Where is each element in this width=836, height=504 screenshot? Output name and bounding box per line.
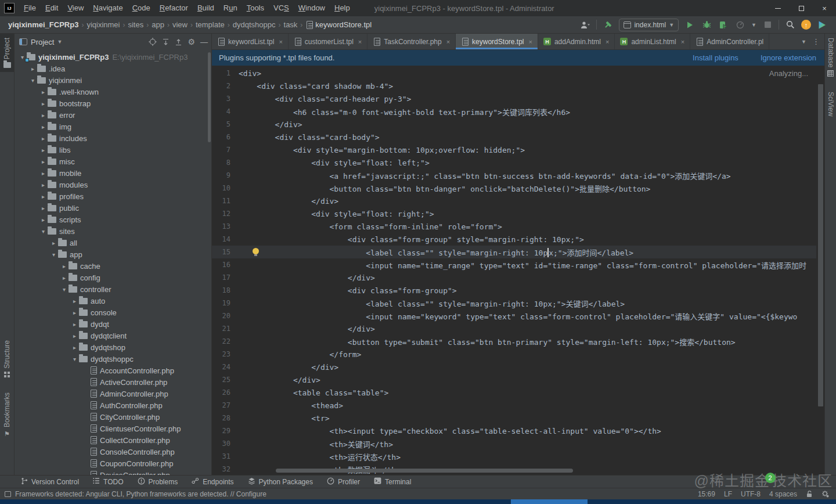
- code-line[interactable]: 27 <thead>: [212, 399, 816, 412]
- tree-item[interactable]: ▾sites: [15, 225, 211, 237]
- chevron-right-icon[interactable]: ▸: [39, 112, 48, 118]
- stripe-tab-bookmarks[interactable]: Bookmarks ⚑: [0, 388, 14, 442]
- line-number[interactable]: 4: [212, 107, 239, 116]
- tool-window-button-problems[interactable]: Problems: [138, 477, 178, 487]
- editor-tab[interactable]: TaskController.php×: [367, 34, 456, 49]
- tab-close-icon[interactable]: ×: [358, 38, 362, 45]
- chevron-down-icon[interactable]: ▾: [28, 77, 37, 84]
- line-number[interactable]: 28: [212, 414, 239, 422]
- project-view-dropdown-icon[interactable]: ▼: [57, 39, 62, 45]
- code-line[interactable]: 19 <label class="" style="margin-right: …: [212, 297, 816, 309]
- tab-close-icon[interactable]: ×: [528, 38, 532, 45]
- update-notification-icon[interactable]: ↑: [801, 20, 811, 30]
- tree-item[interactable]: ▸.well-known: [15, 86, 211, 98]
- code-line[interactable]: 4 <h6 class="m-0 font-weight-bold text-p…: [212, 105, 816, 118]
- line-number[interactable]: 20: [212, 312, 239, 320]
- line-number[interactable]: 17: [212, 273, 239, 282]
- search-everywhere-icon[interactable]: [784, 19, 796, 31]
- chevron-right-icon[interactable]: ▸: [49, 240, 58, 246]
- chevron-right-icon[interactable]: ▸: [70, 344, 79, 351]
- indent-indicator[interactable]: 4 spaces: [769, 490, 797, 498]
- run-button[interactable]: [684, 19, 696, 31]
- locate-file-icon[interactable]: [149, 38, 157, 46]
- code-line[interactable]: 11 </div>: [212, 195, 816, 207]
- code-line[interactable]: 30 <th>关键词</th>: [212, 437, 816, 450]
- chevron-right-icon[interactable]: ▸: [39, 135, 48, 142]
- code-line[interactable]: 17 </div>: [212, 271, 816, 284]
- banner-action-install-plugins[interactable]: Install plugins: [693, 53, 738, 62]
- chevron-right-icon[interactable]: ▸: [60, 263, 69, 269]
- tree-item[interactable]: ▾dydqtshoppc: [15, 353, 211, 365]
- code-line[interactable]: 20 <input name="keyword" type="text" cla…: [212, 309, 816, 322]
- debug-button[interactable]: [701, 19, 712, 31]
- line-number[interactable]: 12: [212, 210, 239, 218]
- chevron-right-icon[interactable]: ▸: [70, 298, 79, 304]
- tree-item[interactable]: ActiveController.php: [15, 376, 211, 388]
- line-number[interactable]: 13: [212, 222, 239, 231]
- tree-item[interactable]: CouponController.php: [15, 458, 211, 469]
- tree-item[interactable]: ▾controller: [15, 283, 211, 295]
- tree-item[interactable]: CityController.php: [15, 411, 211, 423]
- tree-item[interactable]: CollectController.php: [15, 434, 211, 446]
- line-number[interactable]: 11: [212, 197, 239, 205]
- line-number[interactable]: 9: [212, 171, 239, 179]
- code-line[interactable]: 2 <div class="card shadow mb-4">: [212, 80, 816, 92]
- menu-code[interactable]: Code: [128, 0, 155, 16]
- tree-item[interactable]: ▸public: [15, 202, 211, 214]
- code-line[interactable]: 21 </div>: [212, 322, 816, 335]
- menu-refactor[interactable]: Refactor: [155, 0, 193, 16]
- code-line[interactable]: 3 <div class="card-header py-3">: [212, 92, 816, 105]
- tab-close-icon[interactable]: ×: [681, 38, 684, 45]
- tree-item[interactable]: ▸all: [15, 237, 211, 249]
- breadcrumb-item[interactable]: app: [150, 20, 165, 29]
- tree-item[interactable]: ▸profiles: [15, 190, 211, 202]
- intention-lightbulb-icon[interactable]: [253, 248, 259, 254]
- chevron-down-icon[interactable]: ▾: [49, 251, 58, 258]
- line-number[interactable]: 27: [212, 401, 239, 409]
- tab-close-icon[interactable]: ×: [279, 38, 282, 45]
- menu-edit[interactable]: Edit: [41, 0, 63, 16]
- line-number[interactable]: 29: [212, 427, 239, 435]
- build-hammer-icon[interactable]: [602, 19, 614, 31]
- editor-tab[interactable]: HaddAdmin.html×: [538, 34, 615, 49]
- code-line[interactable]: 8 <div style="float: left;">: [212, 156, 816, 169]
- code-line[interactable]: 10 <button class="btn btn-danger" onclic…: [212, 182, 816, 195]
- tree-item[interactable]: ▸bootstrap: [15, 98, 211, 109]
- line-number[interactable]: 32: [212, 465, 239, 473]
- line-number[interactable]: 19: [212, 299, 239, 307]
- editor-horizontal-scrollbar[interactable]: [276, 469, 573, 473]
- tab-close-icon[interactable]: ×: [606, 38, 609, 45]
- tree-item[interactable]: AuthController.php: [15, 399, 211, 411]
- stripe-tab-sciview[interactable]: SciView: [825, 88, 836, 120]
- chevron-right-icon[interactable]: ▸: [70, 333, 79, 339]
- chevron-right-icon[interactable]: ▸: [39, 147, 48, 153]
- line-number[interactable]: 25: [212, 376, 239, 384]
- line-number[interactable]: 16: [212, 261, 239, 269]
- event-log-icon[interactable]: [5, 491, 11, 497]
- line-number[interactable]: 6: [212, 133, 239, 141]
- code-line[interactable]: 7 <div style="margin-bottom: 10px;overfl…: [212, 143, 816, 156]
- chevron-right-icon[interactable]: ▸: [60, 275, 69, 281]
- close-button[interactable]: ×: [813, 0, 836, 16]
- line-number[interactable]: 7: [212, 146, 239, 154]
- menu-vcs[interactable]: VCS: [269, 0, 294, 16]
- tree-item[interactable]: ▾app: [15, 249, 211, 260]
- code-line[interactable]: 13 <form class="form-inline" role="form"…: [212, 220, 816, 233]
- code-line[interactable]: 23 </form>: [212, 348, 816, 361]
- editor-tab[interactable]: HadminList.html×: [615, 34, 690, 49]
- editor-vertical-scrollbar[interactable]: [817, 66, 824, 475]
- tree-item[interactable]: ▸mobile: [15, 167, 211, 179]
- tree-item[interactable]: ClientuserController.php: [15, 423, 211, 434]
- code-line[interactable]: 1<div>: [212, 67, 816, 80]
- tree-item[interactable]: ▸auto: [15, 295, 211, 307]
- breadcrumb-item[interactable]: task: [283, 20, 299, 29]
- line-number[interactable]: 10: [212, 184, 239, 192]
- tree-scrollbar[interactable]: [208, 52, 211, 142]
- tree-item[interactable]: ▸.idea: [15, 63, 211, 74]
- menu-tools[interactable]: Tools: [242, 0, 269, 16]
- chevron-right-icon[interactable]: ▸: [70, 321, 79, 327]
- code-line[interactable]: 9 <a href="javascript:;" class="btn btn-…: [212, 169, 816, 182]
- project-panel-title[interactable]: Project: [31, 38, 54, 46]
- run-with-coverage-button[interactable]: [718, 19, 729, 31]
- tab-close-icon[interactable]: ×: [446, 38, 450, 45]
